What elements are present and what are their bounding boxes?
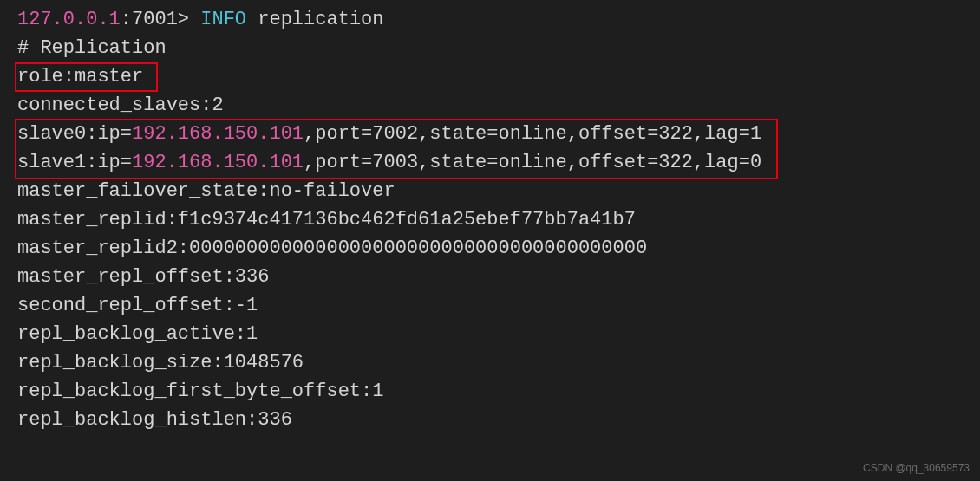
output-master-replid2: master_replid2:0000000000000000000000000…	[17, 234, 963, 263]
prompt-command-arg: replication	[246, 9, 383, 30]
output-repl-backlog-size: repl_backlog_size:1048576	[17, 348, 963, 377]
output-master-replid: master_replid:f1c9374c417136bc462fd61a25…	[17, 205, 963, 234]
slave1-ip: 192.168.150.101	[132, 152, 304, 173]
output-connected-slaves: connected_slaves:2	[17, 91, 963, 120]
output-repl-backlog-histlen: repl_backlog_histlen:336	[17, 406, 963, 434]
slave0-ip: 192.168.150.101	[132, 123, 304, 145]
watermark: CSDN @qq_30659573	[863, 460, 970, 476]
output-role: role:master	[17, 62, 963, 91]
output-header: # Replication	[17, 34, 963, 62]
output-repl-backlog-first-byte-offset: repl_backlog_first_byte_offset:1	[17, 377, 963, 406]
output-slave0: slave0:ip=192.168.150.101,port=7002,stat…	[17, 120, 963, 148]
output-master-failover-state: master_failover_state:no-failover	[17, 177, 963, 205]
prompt-host: 127.0.0.1	[17, 9, 121, 30]
slave1-prefix: slave1:ip=	[17, 152, 132, 173]
slave0-prefix: slave0:ip=	[17, 123, 132, 145]
prompt-command-keyword: INFO	[189, 9, 246, 30]
terminal-prompt-line: 127.0.0.1:7001> INFO replication	[17, 5, 963, 34]
slave0-rest: ,port=7002,state=online,offset=322,lag=1	[304, 123, 761, 145]
output-master-repl-offset: master_repl_offset:336	[17, 263, 963, 291]
output-repl-backlog-active: repl_backlog_active:1	[17, 320, 963, 348]
slave1-rest: ,port=7003,state=online,offset=322,lag=0	[304, 152, 761, 173]
prompt-port: :7001>	[121, 9, 189, 30]
output-slave1: slave1:ip=192.168.150.101,port=7003,stat…	[17, 148, 963, 177]
output-second-repl-offset: second_repl_offset:-1	[17, 291, 963, 320]
